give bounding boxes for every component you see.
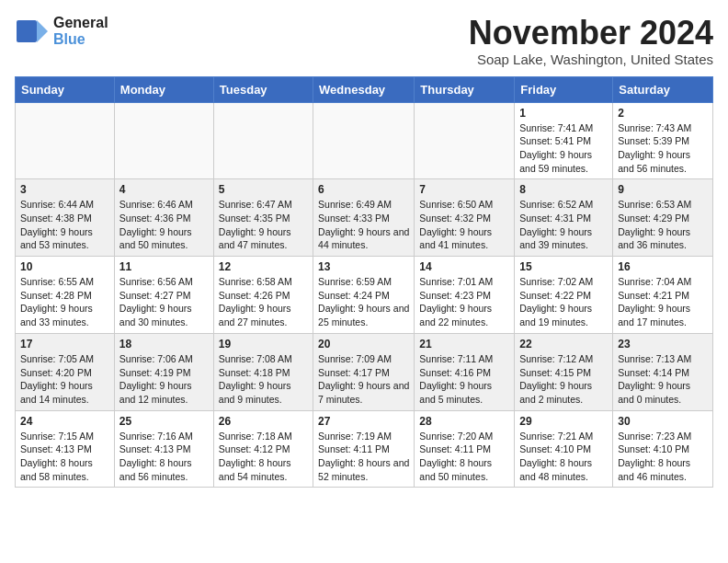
calendar-cell: 10Sunrise: 6:55 AM Sunset: 4:28 PM Dayli… bbox=[16, 257, 115, 334]
day-number: 5 bbox=[219, 183, 308, 196]
day-info: Sunrise: 6:53 AM Sunset: 4:29 PM Dayligh… bbox=[618, 198, 708, 252]
day-info: Sunrise: 7:19 AM Sunset: 4:11 PM Dayligh… bbox=[318, 430, 409, 484]
calendar-cell: 8Sunrise: 6:52 AM Sunset: 4:31 PM Daylig… bbox=[515, 179, 613, 257]
day-number: 26 bbox=[219, 415, 308, 428]
day-info: Sunrise: 7:13 AM Sunset: 4:14 PM Dayligh… bbox=[618, 352, 708, 407]
calendar-cell: 14Sunrise: 7:01 AM Sunset: 4:23 PM Dayli… bbox=[415, 257, 515, 334]
day-info: Sunrise: 7:23 AM Sunset: 4:10 PM Dayligh… bbox=[618, 430, 708, 484]
day-number: 6 bbox=[318, 183, 409, 196]
calendar-cell: 4Sunrise: 6:46 AM Sunset: 4:36 PM Daylig… bbox=[114, 179, 213, 257]
calendar-cell bbox=[313, 102, 415, 179]
day-number: 17 bbox=[20, 338, 109, 350]
day-number: 7 bbox=[419, 183, 509, 196]
day-info: Sunrise: 6:58 AM Sunset: 4:26 PM Dayligh… bbox=[219, 275, 308, 329]
title-area: November 2024 Soap Lake, Washington, Uni… bbox=[469, 15, 713, 67]
calendar-cell bbox=[415, 102, 515, 179]
day-info: Sunrise: 7:06 AM Sunset: 4:19 PM Dayligh… bbox=[119, 352, 209, 407]
svg-marker-1 bbox=[37, 20, 48, 42]
location-title: Soap Lake, Washington, United States bbox=[469, 52, 713, 67]
day-info: Sunrise: 6:49 AM Sunset: 4:33 PM Dayligh… bbox=[318, 198, 409, 252]
day-info: Sunrise: 6:52 AM Sunset: 4:31 PM Dayligh… bbox=[519, 198, 608, 252]
day-number: 23 bbox=[618, 338, 708, 350]
day-number: 25 bbox=[119, 415, 209, 428]
logo: General Blue bbox=[15, 15, 108, 48]
calendar-cell bbox=[114, 102, 213, 179]
calendar-cell: 17Sunrise: 7:05 AM Sunset: 4:20 PM Dayli… bbox=[16, 333, 115, 410]
day-header-friday: Friday bbox=[515, 76, 613, 102]
logo-icon bbox=[15, 17, 50, 46]
day-number: 20 bbox=[318, 338, 409, 350]
calendar-cell: 27Sunrise: 7:19 AM Sunset: 4:11 PM Dayli… bbox=[313, 410, 415, 488]
day-number: 1 bbox=[519, 107, 608, 120]
day-header-tuesday: Tuesday bbox=[213, 76, 313, 102]
day-info: Sunrise: 6:50 AM Sunset: 4:32 PM Dayligh… bbox=[419, 198, 509, 252]
month-title: November 2024 bbox=[469, 15, 713, 52]
calendar-cell: 29Sunrise: 7:21 AM Sunset: 4:10 PM Dayli… bbox=[515, 410, 613, 488]
day-number: 2 bbox=[618, 107, 708, 120]
calendar-week-row: 17Sunrise: 7:05 AM Sunset: 4:20 PM Dayli… bbox=[16, 333, 713, 410]
calendar-week-row: 3Sunrise: 6:44 AM Sunset: 4:38 PM Daylig… bbox=[16, 179, 713, 257]
calendar-week-row: 10Sunrise: 6:55 AM Sunset: 4:28 PM Dayli… bbox=[16, 257, 713, 334]
day-header-monday: Monday bbox=[114, 76, 213, 102]
calendar-cell bbox=[16, 102, 115, 179]
calendar-cell: 18Sunrise: 7:06 AM Sunset: 4:19 PM Dayli… bbox=[114, 333, 213, 410]
day-info: Sunrise: 6:59 AM Sunset: 4:24 PM Dayligh… bbox=[318, 275, 409, 329]
day-number: 22 bbox=[519, 338, 608, 350]
day-number: 18 bbox=[119, 338, 209, 350]
calendar-cell: 6Sunrise: 6:49 AM Sunset: 4:33 PM Daylig… bbox=[313, 179, 415, 257]
day-info: Sunrise: 7:21 AM Sunset: 4:10 PM Dayligh… bbox=[519, 430, 608, 484]
day-number: 11 bbox=[119, 260, 209, 273]
day-header-wednesday: Wednesday bbox=[313, 76, 415, 102]
day-info: Sunrise: 7:11 AM Sunset: 4:16 PM Dayligh… bbox=[419, 352, 509, 407]
day-number: 29 bbox=[519, 415, 608, 428]
calendar-cell: 28Sunrise: 7:20 AM Sunset: 4:11 PM Dayli… bbox=[415, 410, 515, 488]
day-number: 28 bbox=[419, 415, 509, 428]
day-info: Sunrise: 7:43 AM Sunset: 5:39 PM Dayligh… bbox=[618, 121, 708, 176]
calendar-cell: 1Sunrise: 7:41 AM Sunset: 5:41 PM Daylig… bbox=[515, 102, 613, 179]
day-info: Sunrise: 7:02 AM Sunset: 4:22 PM Dayligh… bbox=[519, 275, 608, 329]
day-info: Sunrise: 6:47 AM Sunset: 4:35 PM Dayligh… bbox=[219, 198, 308, 252]
day-header-thursday: Thursday bbox=[415, 76, 515, 102]
day-info: Sunrise: 7:05 AM Sunset: 4:20 PM Dayligh… bbox=[20, 352, 109, 407]
calendar-header-row: SundayMondayTuesdayWednesdayThursdayFrid… bbox=[16, 76, 713, 102]
logo-line2: Blue bbox=[53, 31, 108, 48]
calendar-cell: 26Sunrise: 7:18 AM Sunset: 4:12 PM Dayli… bbox=[213, 410, 313, 488]
day-number: 4 bbox=[119, 183, 209, 196]
calendar-cell: 7Sunrise: 6:50 AM Sunset: 4:32 PM Daylig… bbox=[415, 179, 515, 257]
svg-rect-0 bbox=[17, 20, 37, 42]
calendar-cell: 30Sunrise: 7:23 AM Sunset: 4:10 PM Dayli… bbox=[613, 410, 713, 488]
logo-line1: General bbox=[53, 15, 108, 31]
calendar-cell: 23Sunrise: 7:13 AM Sunset: 4:14 PM Dayli… bbox=[613, 333, 713, 410]
day-info: Sunrise: 6:46 AM Sunset: 4:36 PM Dayligh… bbox=[119, 198, 209, 252]
day-info: Sunrise: 7:18 AM Sunset: 4:12 PM Dayligh… bbox=[219, 430, 308, 484]
calendar-cell: 11Sunrise: 6:56 AM Sunset: 4:27 PM Dayli… bbox=[114, 257, 213, 334]
day-info: Sunrise: 7:09 AM Sunset: 4:17 PM Dayligh… bbox=[318, 352, 409, 407]
calendar-cell: 20Sunrise: 7:09 AM Sunset: 4:17 PM Dayli… bbox=[313, 333, 415, 410]
day-info: Sunrise: 7:41 AM Sunset: 5:41 PM Dayligh… bbox=[519, 121, 608, 176]
day-number: 30 bbox=[618, 415, 708, 428]
day-info: Sunrise: 7:15 AM Sunset: 4:13 PM Dayligh… bbox=[20, 430, 109, 484]
calendar-week-row: 1Sunrise: 7:41 AM Sunset: 5:41 PM Daylig… bbox=[16, 102, 713, 179]
calendar-cell: 16Sunrise: 7:04 AM Sunset: 4:21 PM Dayli… bbox=[613, 257, 713, 334]
day-number: 24 bbox=[20, 415, 109, 428]
calendar-cell: 21Sunrise: 7:11 AM Sunset: 4:16 PM Dayli… bbox=[415, 333, 515, 410]
calendar-cell bbox=[213, 102, 313, 179]
day-info: Sunrise: 7:08 AM Sunset: 4:18 PM Dayligh… bbox=[219, 352, 308, 407]
day-header-saturday: Saturday bbox=[613, 76, 713, 102]
day-number: 10 bbox=[20, 260, 109, 273]
day-number: 15 bbox=[519, 260, 608, 273]
day-info: Sunrise: 7:01 AM Sunset: 4:23 PM Dayligh… bbox=[419, 275, 509, 329]
calendar-cell: 19Sunrise: 7:08 AM Sunset: 4:18 PM Dayli… bbox=[213, 333, 313, 410]
day-number: 8 bbox=[519, 183, 608, 196]
day-number: 27 bbox=[318, 415, 409, 428]
calendar-cell: 9Sunrise: 6:53 AM Sunset: 4:29 PM Daylig… bbox=[613, 179, 713, 257]
day-number: 16 bbox=[618, 260, 708, 273]
day-info: Sunrise: 7:16 AM Sunset: 4:13 PM Dayligh… bbox=[119, 430, 209, 484]
page-header: General Blue November 2024 Soap Lake, Wa… bbox=[15, 15, 713, 67]
day-number: 3 bbox=[20, 183, 109, 196]
calendar-cell: 3Sunrise: 6:44 AM Sunset: 4:38 PM Daylig… bbox=[16, 179, 115, 257]
calendar-week-row: 24Sunrise: 7:15 AM Sunset: 4:13 PM Dayli… bbox=[16, 410, 713, 488]
day-number: 19 bbox=[219, 338, 308, 350]
day-info: Sunrise: 7:04 AM Sunset: 4:21 PM Dayligh… bbox=[618, 275, 708, 329]
calendar: SundayMondayTuesdayWednesdayThursdayFrid… bbox=[15, 76, 713, 488]
